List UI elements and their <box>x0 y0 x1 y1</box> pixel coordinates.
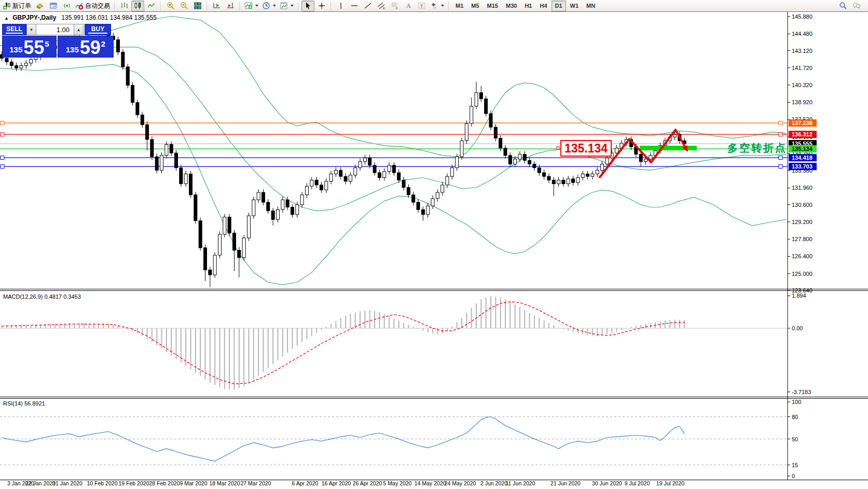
price-line-label: 134.418 <box>792 155 812 161</box>
line-handle[interactable] <box>779 121 782 125</box>
zoom-in-button[interactable] <box>164 1 177 11</box>
line-handle[interactable] <box>1 156 4 160</box>
buy-price-big: 59 <box>80 40 101 55</box>
tile-windows-icon <box>194 2 202 10</box>
search-icon <box>839 2 847 10</box>
candle-up <box>218 231 222 258</box>
toolbar-separator <box>206 2 208 10</box>
line-handle[interactable] <box>1 121 4 125</box>
text-icon: A <box>404 2 412 10</box>
buy-price[interactable]: 135 59 2 <box>58 36 114 58</box>
auto-trading-button[interactable]: 自动交易 <box>74 1 112 11</box>
date-label: 6 Apr 2020 <box>292 480 319 486</box>
periods-button[interactable] <box>260 1 278 11</box>
toolbar-separator <box>448 2 449 10</box>
axis-label: 15 <box>792 462 798 468</box>
line-chart-button[interactable] <box>145 1 158 11</box>
candlestick-chart-icon <box>134 2 142 10</box>
signals-button[interactable] <box>60 1 73 11</box>
candle-down <box>131 82 134 106</box>
line-handle[interactable] <box>779 156 782 160</box>
tab-timeframe-d1[interactable]: D1 <box>552 1 566 11</box>
sell-button[interactable]: SELL <box>2 24 26 35</box>
templates-icon <box>280 2 288 10</box>
axis-label: 125.000 <box>792 271 812 277</box>
equidistant-channel-button[interactable]: E <box>375 1 388 11</box>
tab-timeframe-mn[interactable]: MN <box>583 1 599 11</box>
zoom-out-button[interactable] <box>177 1 190 11</box>
volume-decrease-button[interactable]: ▼ <box>26 24 36 35</box>
chat-button[interactable] <box>850 1 863 11</box>
horizontal-line-button[interactable] <box>348 1 361 11</box>
tab-timeframe-h1[interactable]: H1 <box>521 1 535 11</box>
highlight-bar[interactable] <box>640 146 697 150</box>
volume-increase-button[interactable]: ▲ <box>74 24 84 35</box>
bar-chart-button[interactable] <box>118 1 131 11</box>
indicators-button[interactable] <box>243 1 260 11</box>
candle-up <box>247 213 250 241</box>
candle-up <box>242 235 245 261</box>
crosshair-button[interactable] <box>315 1 328 11</box>
buy-button[interactable]: BUY <box>85 24 111 35</box>
turning-point-label[interactable]: 多空转折点 <box>727 141 787 155</box>
symbol-period: GBPJPY-,Daily <box>12 14 56 21</box>
price-line-label: 137.238 <box>792 120 812 126</box>
vertical-line-button[interactable] <box>334 1 347 11</box>
auto-scroll-icon <box>213 2 221 10</box>
date-label: 2 Jun 2020 <box>480 480 507 486</box>
tab-timeframe-m5[interactable]: M5 <box>467 1 483 11</box>
text-label-button[interactable]: T <box>415 1 428 11</box>
auto-scroll-button[interactable] <box>210 1 223 11</box>
rsi-indicator-label: RSI(14) 56.8921 <box>3 400 45 407</box>
new-order-label: 新订单 <box>12 2 31 10</box>
svg-text:F: F <box>396 7 398 10</box>
candle-down <box>199 218 202 251</box>
tab-timeframe-w1[interactable]: W1 <box>567 1 583 11</box>
toolbar-separator <box>114 2 115 10</box>
tab-timeframe-m30[interactable]: M30 <box>502 1 520 11</box>
auto-trading-label: 自动交易 <box>85 2 110 10</box>
tab-timeframe-m1[interactable]: M1 <box>452 1 467 11</box>
tile-windows-button[interactable] <box>191 1 204 11</box>
candle-up <box>213 252 216 278</box>
horizontal-line-icon <box>350 2 359 10</box>
candlestick-chart-button[interactable] <box>131 1 144 11</box>
date-label: 16 Apr 2020 <box>322 480 351 486</box>
templates-button[interactable] <box>278 1 295 11</box>
cursor-button[interactable] <box>301 1 314 11</box>
sell-price[interactable]: 135 55 5 <box>2 36 57 58</box>
tab-timeframe-h4[interactable]: H4 <box>536 1 550 11</box>
candle-down <box>180 165 183 187</box>
date-label: 9 Jul 2020 <box>625 480 650 486</box>
candle-up <box>465 120 468 144</box>
line-handle[interactable] <box>779 133 782 136</box>
line-chart-icon <box>147 2 156 10</box>
new-window-button[interactable] <box>47 1 60 11</box>
axis-label: 0 <box>792 473 795 479</box>
layouts-button[interactable] <box>33 1 46 11</box>
text-button[interactable]: A <box>402 1 415 11</box>
line-handle[interactable] <box>779 165 782 169</box>
toolbar-separator <box>298 2 299 10</box>
fibonacci-icon: F <box>391 2 399 10</box>
candle-down <box>485 96 488 117</box>
candle-up <box>223 214 226 237</box>
volume-input[interactable]: 1.00 <box>36 24 74 35</box>
vertical-line-icon <box>337 2 345 10</box>
tab-timeframe-m15[interactable]: M15 <box>484 1 502 11</box>
date-label: 27 Mar 2020 <box>241 480 271 486</box>
price-annotation-box[interactable]: 135.134 <box>560 140 612 157</box>
toolbar: 新订单 自动交易 <box>0 0 868 12</box>
trendline-button[interactable] <box>361 1 374 11</box>
arrows-button[interactable] <box>429 1 446 11</box>
line-handle[interactable] <box>1 133 4 136</box>
date-label: 28 Feb 2020 <box>149 480 180 486</box>
fibonacci-button[interactable]: F <box>388 1 401 11</box>
date-label: 18 Mar 2020 <box>210 480 240 486</box>
new-order-button[interactable]: 新订单 <box>1 1 33 11</box>
line-handle[interactable] <box>1 165 4 169</box>
chart-shift-button[interactable] <box>224 1 237 11</box>
search-button[interactable] <box>836 1 849 11</box>
chart-canvas[interactable]: 145.880144.480143.120141.720140.320138.9… <box>0 0 868 489</box>
macd-indicator-label: MACD(12,26,9) 0.4817 0.3453 <box>3 294 81 300</box>
